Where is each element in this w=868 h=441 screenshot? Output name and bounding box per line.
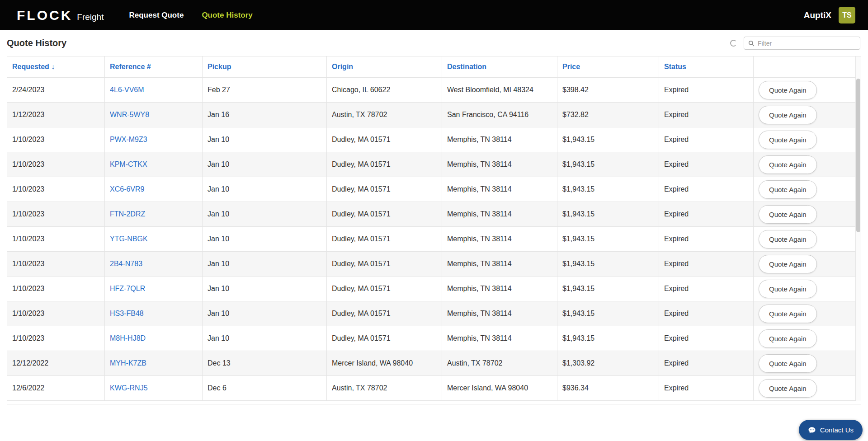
quote-again-button[interactable]: Quote Again xyxy=(759,280,817,298)
user-avatar[interactable]: TS xyxy=(839,7,855,23)
destination-cell: Memphis, TN 38114 xyxy=(442,301,557,326)
requested-cell: 1/10/2023 xyxy=(7,177,105,202)
reference-cell: PWX-M9Z3 xyxy=(105,127,203,152)
column-header-reference[interactable]: Reference # xyxy=(105,56,203,78)
quote-again-button[interactable]: Quote Again xyxy=(759,131,817,149)
column-header-price[interactable]: Price xyxy=(557,56,659,78)
reference-link[interactable]: 4L6-VV6M xyxy=(110,86,144,94)
action-cell: Quote Again xyxy=(754,301,856,326)
reference-link[interactable]: HFZ-7QLR xyxy=(110,285,145,292)
origin-cell: Dudley, MA 01571 xyxy=(327,202,442,227)
requested-cell: 1/12/2023 xyxy=(7,103,105,127)
action-cell: Quote Again xyxy=(754,227,856,252)
reference-cell: XC6-6VR9 xyxy=(105,177,203,202)
action-cell: Quote Again xyxy=(754,277,856,301)
origin-cell: Dudley, MA 01571 xyxy=(327,127,442,152)
flock-freight-logo[interactable]: FLOCK Freight xyxy=(17,8,104,23)
quote-again-button[interactable]: Quote Again xyxy=(759,155,817,174)
action-cell: Quote Again xyxy=(754,152,856,177)
reference-link[interactable]: YTG-NBGK xyxy=(110,235,148,243)
scrollbar-thumb[interactable] xyxy=(856,79,860,232)
quote-again-button[interactable]: Quote Again xyxy=(759,106,817,124)
price-cell: $1,943.15 xyxy=(557,152,659,177)
logo-freight-text: Freight xyxy=(77,12,104,22)
column-header-requested[interactable]: Requested ↓ xyxy=(7,56,105,78)
quote-again-button[interactable]: Quote Again xyxy=(759,81,817,99)
quote-again-button[interactable]: Quote Again xyxy=(759,379,817,398)
reference-link[interactable]: FTN-2DRZ xyxy=(110,210,145,218)
quote-again-button[interactable]: Quote Again xyxy=(759,205,817,224)
destination-cell: Memphis, TN 38114 xyxy=(442,277,557,301)
nav-item-quote-history[interactable]: Quote History xyxy=(202,11,252,20)
contact-us-button[interactable]: Contact Us xyxy=(799,420,863,440)
status-cell: Expired xyxy=(659,252,754,277)
nav-right: AuptiX TS xyxy=(804,7,855,23)
pickup-cell: Jan 10 xyxy=(203,202,327,227)
nav-item-request-quote[interactable]: Request Quote xyxy=(129,11,184,20)
origin-cell: Austin, TX 78702 xyxy=(327,103,442,127)
reference-link[interactable]: M8H-HJ8D xyxy=(110,334,146,342)
table-row: 1/10/2023FTN-2DRZJan 10Dudley, MA 01571M… xyxy=(7,202,856,227)
filter-input[interactable] xyxy=(758,40,856,47)
quote-again-button[interactable]: Quote Again xyxy=(759,329,817,348)
destination-cell: Memphis, TN 38114 xyxy=(442,177,557,202)
reference-link[interactable]: XC6-6VR9 xyxy=(110,185,144,193)
column-header-origin[interactable]: Origin xyxy=(327,56,442,78)
requested-cell: 1/10/2023 xyxy=(7,202,105,227)
reference-link[interactable]: HS3-FB48 xyxy=(110,310,144,317)
quote-again-button[interactable]: Quote Again xyxy=(759,305,817,323)
destination-cell: Memphis, TN 38114 xyxy=(442,127,557,152)
quote-history-table: Requested ↓Reference #PickupOriginDestin… xyxy=(7,56,856,401)
nav-links: Request QuoteQuote History xyxy=(129,11,252,20)
action-cell: Quote Again xyxy=(754,326,856,351)
table-row: 1/10/2023YTG-NBGKJan 10Dudley, MA 01571M… xyxy=(7,227,856,252)
quote-again-button[interactable]: Quote Again xyxy=(759,230,817,249)
requested-cell: 1/10/2023 xyxy=(7,252,105,277)
requested-cell: 1/10/2023 xyxy=(7,301,105,326)
column-header-status[interactable]: Status xyxy=(659,56,754,78)
quote-again-button[interactable]: Quote Again xyxy=(759,180,817,199)
reference-cell: M8H-HJ8D xyxy=(105,326,203,351)
reference-cell: HS3-FB48 xyxy=(105,301,203,326)
reference-link[interactable]: MYH-K7ZB xyxy=(110,359,146,367)
reference-link[interactable]: 2B4-N783 xyxy=(110,260,142,267)
table-scrollbar[interactable] xyxy=(855,56,861,400)
origin-cell: Chicago, IL 60622 xyxy=(327,78,442,103)
destination-cell: Memphis, TN 38114 xyxy=(442,252,557,277)
status-cell: Expired xyxy=(659,277,754,301)
status-cell: Expired xyxy=(659,227,754,252)
top-navbar: FLOCK Freight Request QuoteQuote History… xyxy=(0,0,868,30)
table-row: 1/10/20232B4-N783Jan 10Dudley, MA 01571M… xyxy=(7,252,856,277)
price-cell: $1,943.15 xyxy=(557,127,659,152)
page-title: Quote History xyxy=(7,38,66,48)
product-name: AuptiX xyxy=(804,10,831,20)
reference-link[interactable]: KPM-CTKX xyxy=(110,160,147,168)
filter-box xyxy=(744,37,860,50)
origin-cell: Dudley, MA 01571 xyxy=(327,301,442,326)
status-cell: Expired xyxy=(659,376,754,401)
action-cell: Quote Again xyxy=(754,202,856,227)
price-cell: $1,943.15 xyxy=(557,252,659,277)
table-row: 12/6/2022KWG-RNJ5Dec 6Austin, TX 78702Me… xyxy=(7,376,856,401)
status-cell: Expired xyxy=(659,301,754,326)
destination-cell: Austin, TX 78702 xyxy=(442,351,557,376)
price-cell: $936.34 xyxy=(557,376,659,401)
origin-cell: Dudley, MA 01571 xyxy=(327,227,442,252)
table-row: 1/10/2023PWX-M9Z3Jan 10Dudley, MA 01571M… xyxy=(7,127,856,152)
reference-link[interactable]: KWG-RNJ5 xyxy=(110,384,148,392)
column-header-destination[interactable]: Destination xyxy=(442,56,557,78)
pickup-cell: Jan 10 xyxy=(203,277,327,301)
reference-link[interactable]: PWX-M9Z3 xyxy=(110,136,147,143)
reference-link[interactable]: WNR-5WY8 xyxy=(110,111,149,118)
reference-cell: KPM-CTKX xyxy=(105,152,203,177)
reference-cell: 4L6-VV6M xyxy=(105,78,203,103)
reference-cell: HFZ-7QLR xyxy=(105,277,203,301)
table-header: Requested ↓Reference #PickupOriginDestin… xyxy=(7,56,856,78)
quote-again-button[interactable]: Quote Again xyxy=(759,354,817,373)
table-row: 1/10/2023XC6-6VR9Jan 10Dudley, MA 01571M… xyxy=(7,177,856,202)
pickup-cell: Feb 27 xyxy=(203,78,327,103)
quote-again-button[interactable]: Quote Again xyxy=(759,255,817,273)
column-header-pickup[interactable]: Pickup xyxy=(203,56,327,78)
price-cell: $1,943.15 xyxy=(557,277,659,301)
table-row: 1/10/2023HS3-FB48Jan 10Dudley, MA 01571M… xyxy=(7,301,856,326)
